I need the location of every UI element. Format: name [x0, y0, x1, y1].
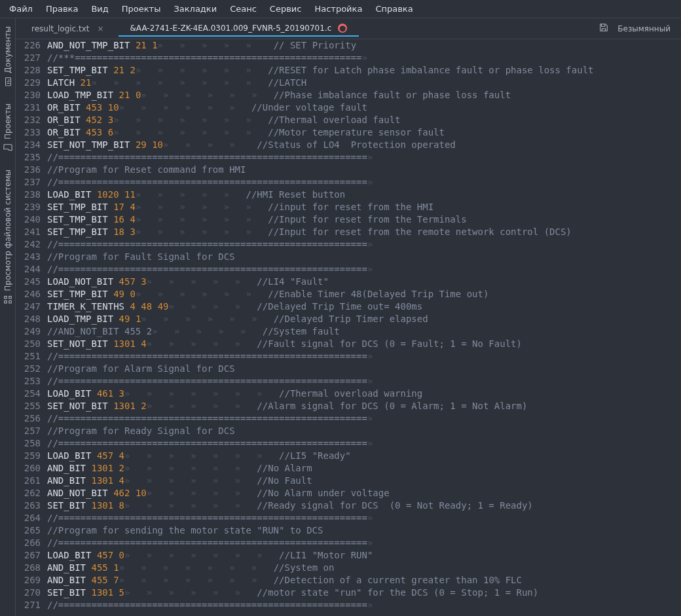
- menu-вид[interactable]: Вид: [84, 1, 115, 16]
- tab[interactable]: &AA-2741-E-ZK-4EA.0301.009_FVNR-5_201907…: [119, 21, 359, 37]
- menu-правка[interactable]: Правка: [39, 1, 84, 16]
- tab[interactable]: result_logic.txt×: [20, 22, 117, 36]
- gutter: 226 227 228 229 230 231 232 233 234 235 …: [16, 39, 47, 616]
- tabbar-right-label[interactable]: Безымянный: [617, 24, 671, 33]
- body-wrap: ДокументыПроектыПросмотр файловой систем…: [0, 18, 681, 616]
- menu-справка[interactable]: Справка: [369, 1, 419, 16]
- save-icon[interactable]: [599, 23, 608, 34]
- tabbar: result_logic.txt×&AA-2741-E-ZK-4EA.0301.…: [16, 18, 681, 39]
- menubar: ФайлПравкаВидПроектыЗакладкиСеансСервисН…: [0, 0, 681, 18]
- side-panel: ДокументыПроектыПросмотр файловой систем…: [0, 18, 16, 616]
- menu-настройка[interactable]: Настройка: [308, 1, 369, 16]
- menu-закладки[interactable]: Закладки: [167, 1, 223, 16]
- menu-проекты[interactable]: Проекты: [115, 1, 168, 16]
- app-root: ФайлПравкаВидПроектыЗакладкиСеансСервисН…: [0, 0, 681, 616]
- menu-файл[interactable]: Файл: [3, 1, 39, 16]
- modified-dot-icon[interactable]: ●: [338, 24, 347, 33]
- tab-label: result_logic.txt: [31, 24, 90, 33]
- main: result_logic.txt×&AA-2741-E-ZK-4EA.0301.…: [16, 18, 681, 616]
- tabbar-right: Безымянный: [599, 23, 677, 34]
- side-tab-doc[interactable]: Документы: [2, 22, 14, 90]
- close-icon[interactable]: ×: [96, 24, 105, 33]
- menu-сеанс[interactable]: Сеанс: [223, 1, 263, 16]
- tab-label: &AA-2741-E-ZK-4EA.0301.009_FVNR-5_201907…: [130, 24, 332, 33]
- menu-сервис[interactable]: Сервис: [263, 1, 308, 16]
- side-tab-folder[interactable]: Проекты: [2, 100, 14, 156]
- side-tab-fs[interactable]: Просмотр файловой системы: [2, 166, 14, 308]
- code-area[interactable]: AND_NOT_TMP_BIT 21 1» » » » » // SET Pri…: [47, 39, 681, 616]
- editor[interactable]: 226 227 228 229 230 231 232 233 234 235 …: [16, 39, 681, 616]
